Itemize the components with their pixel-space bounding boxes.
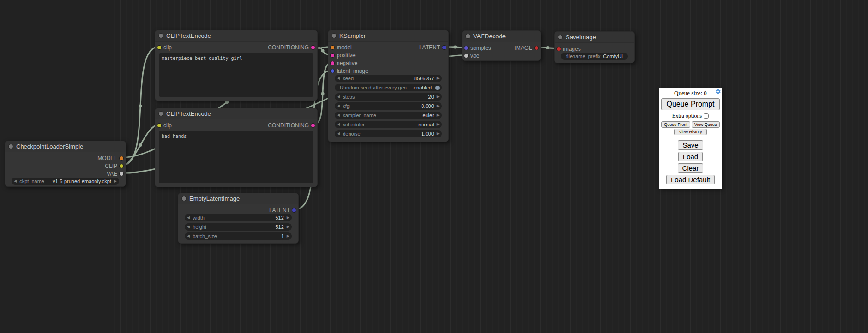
widget-label: denoise: [343, 131, 361, 137]
decrement-arrow-icon[interactable]: ◀: [337, 132, 340, 136]
decrement-arrow-icon[interactable]: ◀: [187, 216, 190, 220]
load-button[interactable]: Load: [678, 152, 703, 161]
output-slot-label: IMAGE: [514, 45, 532, 51]
output-port-VAE-icon[interactable]: [120, 172, 123, 176]
widget-label: height: [193, 224, 206, 230]
widget-sampler_name[interactable]: ◀sampler_nameeuler▶: [335, 112, 442, 119]
increment-arrow-icon[interactable]: ▶: [114, 179, 117, 183]
output-slot-label: CONDITIONING: [268, 44, 309, 51]
input-port-vae-icon[interactable]: [464, 54, 468, 58]
widget-seed[interactable]: ◀seed8566257▶: [335, 75, 442, 82]
widget-scheduler[interactable]: ◀schedulernormal▶: [335, 121, 442, 128]
widget-steps[interactable]: ◀steps20▶: [335, 93, 442, 101]
prompt-textarea[interactable]: bad hands: [159, 131, 313, 183]
increment-arrow-icon[interactable]: ▶: [287, 234, 289, 238]
widget-Random seed after every gen[interactable]: Random seed after every genenabled: [335, 84, 442, 91]
widget-batch_size[interactable]: ◀batch_size1▶: [185, 232, 292, 240]
input-port-clip-icon[interactable]: [157, 46, 161, 49]
output-port-MODEL-icon[interactable]: [120, 156, 123, 160]
extra-options-label: Extra options: [672, 113, 702, 119]
node-save-image[interactable]: SaveImageimagesfilename_prefixComfyUI: [554, 31, 635, 63]
node-clip-positive[interactable]: CLIPTextEncodeclipCONDITIONINGmasterpiec…: [155, 30, 318, 101]
input-port-clip-icon[interactable]: [157, 124, 161, 127]
output-port-LATENT-icon[interactable]: [442, 46, 446, 49]
node-collapse-icon[interactable]: [182, 196, 186, 201]
comfy-menu-panel: Queue size: 0 Queue Prompt Extra options…: [659, 88, 722, 189]
decrement-arrow-icon[interactable]: ◀: [337, 113, 340, 117]
node-canvas[interactable]: CheckpointLoaderSimpleMODELCLIPVAE◀ckpt_…: [0, 0, 868, 333]
node-ksampler[interactable]: KSamplermodelLATENTpositivenegativelaten…: [328, 30, 449, 142]
widget-height[interactable]: ◀height512▶: [185, 223, 292, 231]
widget-label: ckpt_name: [19, 178, 44, 184]
extra-options-checkbox[interactable]: [704, 113, 709, 119]
input-port-positive-icon[interactable]: [331, 54, 334, 57]
node-collapse-icon[interactable]: [159, 34, 163, 38]
widget-filename_prefix[interactable]: filename_prefixComfyUI: [561, 53, 628, 60]
widget-label: filename_prefix: [566, 54, 601, 59]
gear-icon: [715, 89, 721, 95]
settings-gear-icon[interactable]: [715, 89, 721, 95]
toggle-on-icon[interactable]: [435, 86, 440, 90]
node-vae-decode[interactable]: VAEDecodesamplesIMAGEvae: [462, 30, 541, 61]
node-collapse-icon[interactable]: [159, 112, 163, 116]
node-empty-latent[interactable]: EmptyLatentImageLATENT◀width512▶◀height5…: [178, 193, 299, 244]
view-queue-button[interactable]: View Queue: [692, 121, 720, 128]
clear-button[interactable]: Clear: [678, 163, 704, 173]
node-title-bar[interactable]: SaveImage: [555, 32, 634, 43]
input-port-latent_image-icon[interactable]: [331, 69, 334, 73]
node-clip-negative[interactable]: CLIPTextEncodeclipCONDITIONINGbad hands: [155, 108, 318, 187]
node-title-label: VAEDecode: [473, 33, 506, 40]
node-title-bar[interactable]: VAEDecode: [462, 31, 541, 42]
output-port-CONDITIONING-icon[interactable]: [311, 124, 315, 127]
increment-arrow-icon[interactable]: ▶: [437, 77, 440, 80]
node-title-bar[interactable]: KSampler: [328, 30, 448, 42]
node-title-bar[interactable]: CheckpointLoaderSimple: [5, 141, 126, 152]
output-port-IMAGE-icon[interactable]: [535, 46, 538, 50]
node-checkpoint-loader[interactable]: CheckpointLoaderSimpleMODELCLIPVAE◀ckpt_…: [5, 141, 126, 187]
node-title-bar[interactable]: CLIPTextEncode: [155, 108, 317, 119]
decrement-arrow-icon[interactable]: ◀: [187, 225, 190, 229]
input-port-samples-icon[interactable]: [464, 46, 468, 50]
output-port-CONDITIONING-icon[interactable]: [311, 46, 315, 49]
decrement-arrow-icon[interactable]: ◀: [337, 123, 340, 126]
increment-arrow-icon[interactable]: ▶: [437, 95, 440, 99]
prompt-textarea[interactable]: masterpiece best quality girl: [159, 53, 313, 97]
node-title-bar[interactable]: CLIPTextEncode: [155, 30, 317, 42]
load-default-button[interactable]: Load Default: [666, 175, 715, 184]
slot-row: latent_image: [328, 67, 448, 75]
increment-arrow-icon[interactable]: ▶: [287, 216, 289, 220]
decrement-arrow-icon[interactable]: ◀: [337, 95, 340, 99]
widget-value: enabled: [414, 85, 432, 90]
widget-denoise[interactable]: ◀denoise1.000▶: [335, 130, 442, 137]
output-port-LATENT-icon[interactable]: [292, 208, 296, 212]
increment-arrow-icon[interactable]: ▶: [437, 113, 440, 117]
widget-ckpt_name[interactable]: ◀ckpt_namev1-5-pruned-emaonly.ckpt▶: [12, 178, 119, 185]
widget-width[interactable]: ◀width512▶: [185, 214, 292, 221]
increment-arrow-icon[interactable]: ▶: [437, 123, 440, 126]
input-port-model-icon[interactable]: [331, 46, 334, 49]
increment-arrow-icon[interactable]: ▶: [287, 225, 289, 229]
save-button[interactable]: Save: [678, 140, 703, 150]
input-port-images-icon[interactable]: [557, 47, 561, 51]
increment-arrow-icon[interactable]: ▶: [437, 132, 440, 136]
node-collapse-icon[interactable]: [332, 34, 336, 38]
output-port-CLIP-icon[interactable]: [120, 164, 123, 168]
widget-label: steps: [343, 94, 355, 100]
decrement-arrow-icon[interactable]: ◀: [337, 77, 340, 80]
node-collapse-icon[interactable]: [558, 35, 562, 39]
decrement-arrow-icon[interactable]: ◀: [14, 179, 17, 183]
node-title-bar[interactable]: EmptyLatentImage: [178, 193, 298, 204]
slot-row: images: [555, 45, 634, 53]
input-port-negative-icon[interactable]: [331, 61, 334, 65]
queue-prompt-button[interactable]: Queue Prompt: [661, 98, 720, 110]
queue-front-button[interactable]: Queue Front: [661, 121, 690, 128]
node-collapse-icon[interactable]: [9, 144, 13, 149]
decrement-arrow-icon[interactable]: ◀: [187, 234, 190, 238]
widget-value: 8.000: [421, 103, 434, 109]
increment-arrow-icon[interactable]: ▶: [437, 104, 440, 108]
decrement-arrow-icon[interactable]: ◀: [337, 104, 340, 108]
node-collapse-icon[interactable]: [466, 34, 470, 38]
widget-value: 20: [428, 94, 434, 100]
widget-cfg[interactable]: ◀cfg8.000▶: [335, 102, 442, 110]
view-history-button[interactable]: View History: [674, 129, 707, 135]
